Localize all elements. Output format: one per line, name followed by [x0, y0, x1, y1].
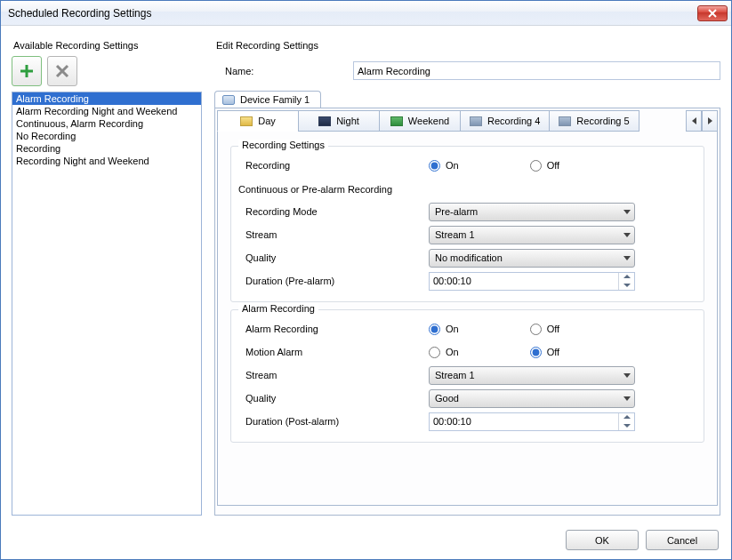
tab-scroll-left[interactable] — [686, 110, 702, 132]
quality-label: Quality — [240, 252, 429, 263]
available-settings-heading: Available Recording Settings — [13, 40, 202, 51]
recording-mode-select[interactable]: Pre-alarm — [429, 203, 635, 221]
ok-button[interactable]: OK — [566, 530, 639, 550]
chevron-up-icon — [623, 275, 631, 278]
tab-icon — [559, 116, 571, 126]
alarm-recording-on-radio[interactable] — [429, 324, 440, 335]
window-title: Scheduled Recording Settings — [8, 7, 151, 20]
delete-setting-button[interactable] — [47, 56, 77, 86]
chevron-left-icon — [692, 117, 696, 124]
device-family-tabstrip: Device Family 1 — [214, 91, 720, 108]
recording-off-radio[interactable] — [530, 160, 542, 172]
device-icon — [222, 95, 235, 105]
titlebar: Scheduled Recording Settings — [1, 1, 731, 26]
tab-label: Night — [336, 116, 359, 126]
duration-prealarm-spinner[interactable]: 00:00:10 — [429, 272, 635, 291]
list-item[interactable]: Recording Night and Weekend — [12, 155, 201, 167]
add-setting-button[interactable] — [12, 56, 42, 86]
alarm-quality-select[interactable]: Good — [429, 389, 635, 408]
chevron-down-icon — [623, 233, 631, 237]
recording-tab[interactable]: Recording 5 — [549, 110, 639, 132]
chevron-down-icon — [623, 396, 631, 401]
spin-down[interactable] — [619, 421, 634, 430]
duration-postalarm-spinner[interactable]: 00:00:10 — [429, 412, 635, 431]
stream-label: Stream — [240, 229, 429, 240]
recording-radio-group: On Off — [429, 160, 559, 172]
list-item[interactable]: Recording — [12, 142, 201, 155]
recording-settings-legend: Recording Settings — [238, 140, 328, 150]
name-input[interactable] — [353, 61, 720, 80]
close-button[interactable] — [697, 5, 728, 21]
chevron-right-icon — [708, 117, 712, 124]
list-item[interactable]: No Recording — [12, 130, 201, 142]
duration-postalarm-label: Duration (Post-alarm) — [240, 416, 429, 427]
chevron-down-icon — [623, 256, 631, 260]
edit-area: Name: Device Family 1 DayNightWeekendRec… — [214, 56, 720, 516]
alarm-quality-label: Quality — [240, 393, 429, 404]
close-icon — [708, 9, 717, 18]
recording-tab[interactable]: Weekend — [379, 110, 461, 132]
recording-on-radio[interactable] — [429, 160, 440, 172]
alarm-recording-off-radio[interactable] — [530, 324, 542, 335]
device-family-tab[interactable]: Device Family 1 — [214, 91, 321, 108]
motion-alarm-label: Motion Alarm — [240, 347, 429, 357]
list-item[interactable]: Alarm Recording Night and Weekend — [12, 105, 201, 117]
plus-icon — [19, 63, 35, 79]
list-item[interactable]: Continuous, Alarm Recording — [12, 117, 201, 130]
left-column: Available Recording Settings Alarm Recor… — [12, 36, 202, 516]
spin-down[interactable] — [619, 281, 634, 290]
alarm-recording-label: Alarm Recording — [240, 324, 429, 334]
recording-label: Recording — [240, 160, 429, 171]
motion-alarm-on-option[interactable]: On — [429, 347, 459, 358]
stream-select[interactable]: Stream 1 — [429, 226, 635, 244]
recording-tab[interactable]: Night — [298, 110, 380, 132]
recording-tabstrip: DayNightWeekendRecording 4Recording 5 — [217, 110, 718, 132]
recording-on-option[interactable]: On — [429, 160, 459, 172]
dialog-window: Scheduled Recording Settings Available R… — [0, 0, 732, 560]
tab-label: Recording 4 — [487, 116, 540, 126]
alarm-recording-legend: Alarm Recording — [238, 303, 318, 314]
recording-mode-label: Recording Mode — [240, 206, 429, 217]
quality-select[interactable]: No modification — [429, 249, 635, 268]
chevron-down-icon — [623, 424, 631, 428]
recording-panel-body: Recording Settings Recording On Off Cont… — [217, 132, 718, 506]
delete-icon — [55, 64, 69, 78]
tab-label: Recording 5 — [576, 116, 629, 126]
tab-label: Day — [258, 116, 276, 126]
alarm-recording-off-option[interactable]: Off — [530, 324, 559, 335]
edit-settings-heading: Edit Recording Settings — [216, 40, 720, 51]
spin-up[interactable] — [619, 273, 634, 282]
left-toolbar — [12, 56, 202, 86]
tab-scroll-right[interactable] — [702, 110, 718, 132]
tab-label: Weekend — [408, 116, 449, 126]
tab-icon — [470, 116, 482, 126]
recording-tab[interactable]: Day — [217, 110, 299, 132]
dialog-footer: OK Cancel — [1, 521, 731, 559]
client-area: Available Recording Settings Alarm Recor… — [1, 26, 731, 521]
tab-icon — [390, 116, 403, 126]
alarm-recording-group: Alarm Recording Alarm Recording On Off M… — [230, 309, 704, 443]
motion-alarm-radio-group: On Off — [429, 347, 559, 358]
chevron-down-icon — [623, 284, 631, 287]
device-family-tab-label: Device Family 1 — [240, 94, 310, 105]
tab-icon — [240, 116, 253, 126]
chevron-down-icon — [623, 210, 631, 214]
tab-icon — [318, 116, 331, 126]
recording-off-option[interactable]: Off — [530, 160, 559, 172]
motion-alarm-off-radio[interactable] — [530, 347, 542, 358]
name-row: Name: — [225, 61, 720, 80]
alarm-recording-radio-group: On Off — [429, 324, 559, 335]
alarm-recording-on-option[interactable]: On — [429, 324, 459, 335]
list-item[interactable]: Alarm Recording — [12, 92, 201, 105]
name-label: Name: — [225, 66, 353, 76]
motion-alarm-off-option[interactable]: Off — [530, 347, 559, 358]
recording-tab[interactable]: Recording 4 — [460, 110, 550, 132]
right-column: Edit Recording Settings Name: Device Fam… — [214, 36, 720, 516]
settings-listbox[interactable]: Alarm RecordingAlarm Recording Night and… — [12, 92, 202, 516]
spin-up[interactable] — [619, 413, 634, 422]
duration-prealarm-label: Duration (Pre-alarm) — [240, 276, 429, 286]
alarm-stream-select[interactable]: Stream 1 — [429, 366, 635, 385]
recording-settings-group: Recording Settings Recording On Off Cont… — [230, 146, 704, 302]
motion-alarm-on-radio[interactable] — [429, 347, 440, 358]
cancel-button[interactable]: Cancel — [646, 530, 719, 550]
